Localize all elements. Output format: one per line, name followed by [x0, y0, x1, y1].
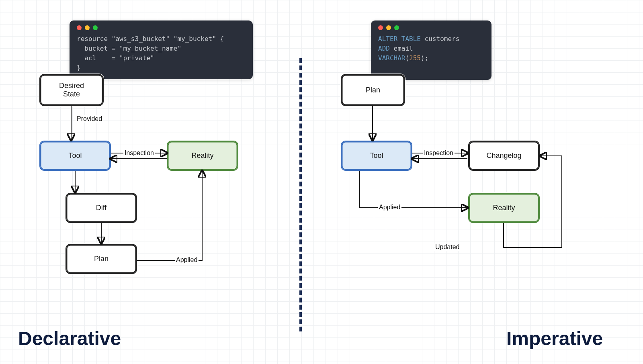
window-traffic-lights: [77, 25, 246, 30]
diagram-stage: resource "aws_s3_bucket" "my_bucket" { b…: [0, 0, 643, 364]
node-reality-right: Reality: [468, 193, 540, 223]
title-declarative: Declarative: [18, 327, 121, 350]
node-reality-left: Reality: [167, 141, 238, 171]
window-traffic-lights: [378, 25, 484, 30]
maximize-icon: [394, 25, 399, 30]
declarative-code-window: resource "aws_s3_bucket" "my_bucket" { b…: [70, 20, 253, 79]
node-tool-left: Tool: [39, 141, 111, 171]
edge-provided: Provided: [76, 115, 103, 123]
edge-updated: Updated: [434, 243, 461, 251]
node-desired-state-l2: State: [59, 90, 84, 98]
edge-applied-left: Applied: [175, 256, 199, 264]
node-desired-state-l1: Desired: [59, 82, 84, 90]
edge-inspection-right: Inspection: [423, 149, 455, 157]
minimize-icon: [386, 25, 391, 30]
node-tool-right-label: Tool: [370, 151, 383, 160]
node-plan-left-label: Plan: [94, 255, 109, 263]
title-imperative: Imperative: [506, 327, 603, 350]
node-diff: Diff: [66, 193, 137, 223]
node-changelog-label: Changelog: [486, 151, 521, 160]
imperative-code: ALTER TABLE customers ADD email VARCHAR(…: [378, 34, 484, 63]
edge-inspection-left: Inspection: [123, 149, 155, 157]
node-tool-right: Tool: [341, 141, 412, 171]
node-reality-left-label: Reality: [191, 151, 213, 160]
node-tool-left-label: Tool: [68, 151, 82, 160]
imperative-code-window: ALTER TABLE customers ADD email VARCHAR(…: [371, 20, 491, 80]
divider-line: [299, 58, 302, 331]
minimize-icon: [85, 25, 90, 30]
node-desired-state: Desired State: [39, 74, 104, 106]
node-plan-left: Plan: [66, 244, 137, 274]
node-changelog: Changelog: [468, 141, 540, 171]
declarative-code: resource "aws_s3_bucket" "my_bucket" { b…: [77, 34, 246, 73]
edge-applied-right: Applied: [378, 204, 401, 211]
node-reality-right-label: Reality: [493, 204, 515, 212]
close-icon: [378, 25, 383, 30]
node-diff-label: Diff: [96, 204, 107, 212]
node-plan-right-label: Plan: [366, 86, 380, 94]
maximize-icon: [93, 25, 98, 30]
close-icon: [77, 25, 82, 30]
node-plan-right: Plan: [341, 74, 405, 106]
